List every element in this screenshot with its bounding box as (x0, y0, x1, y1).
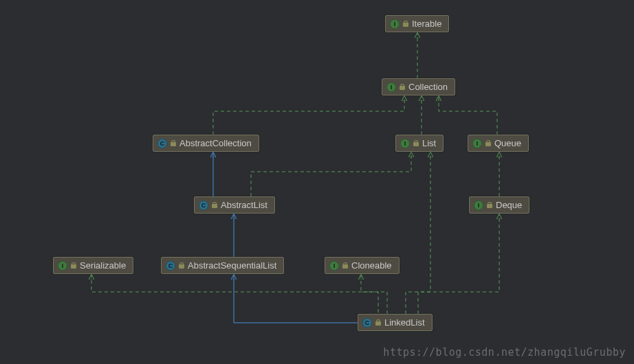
edge-linkedlist-list (406, 152, 430, 314)
lock-icon (212, 202, 217, 209)
node-label: Serializable (80, 260, 126, 271)
node-label: Collection (408, 82, 448, 92)
node-deque[interactable]: I Deque (469, 196, 529, 214)
node-label: AbstractList (221, 200, 267, 210)
edge-abstractcoll-collection (213, 96, 404, 135)
node-label: Iterable (412, 19, 441, 29)
node-abstractlist[interactable]: C AbstractList (194, 196, 275, 214)
interface-icon: I (472, 139, 482, 148)
lock-icon (403, 21, 408, 27)
node-iterable[interactable]: I Iterable (385, 15, 449, 32)
connector-layer (0, 0, 634, 364)
node-linkedlist[interactable]: C LinkedList (358, 314, 433, 331)
edge-queue-collection (439, 96, 497, 135)
class-icon: C (362, 318, 372, 328)
lock-icon (487, 202, 492, 209)
node-collection[interactable]: I Collection (382, 78, 455, 95)
lock-icon (179, 262, 184, 269)
lock-icon (400, 84, 405, 91)
interface-icon: I (58, 261, 67, 271)
lock-icon (375, 319, 381, 326)
edge-linkedlist-deque (418, 214, 499, 314)
class-icon: C (199, 201, 208, 210)
node-label: LinkedList (384, 317, 425, 328)
node-label: AbstractCollection (179, 138, 252, 148)
class-icon: C (157, 139, 167, 148)
node-list[interactable]: I List (395, 135, 444, 152)
edge-linkedlist-serializable (91, 275, 378, 331)
interface-icon: I (474, 201, 483, 210)
node-label: Cloneable (351, 260, 392, 271)
watermark-text: https://blog.csdn.net/zhangqiluGrubby (383, 346, 626, 359)
interface-icon: I (386, 82, 396, 92)
node-label: Queue (494, 138, 521, 148)
class-icon: C (166, 261, 175, 271)
lock-icon (342, 262, 348, 269)
interface-icon: I (390, 19, 400, 29)
node-label: List (422, 138, 436, 148)
node-queue[interactable]: I Queue (468, 135, 529, 152)
node-label: Deque (496, 200, 522, 210)
node-cloneable[interactable]: I Cloneable (325, 257, 400, 274)
node-abstractsequentiallist[interactable]: C AbstractSequentialList (161, 257, 284, 274)
edge-abstractlist-list (251, 152, 411, 196)
edge-linkedlist-cloneable (361, 275, 387, 314)
node-label: AbstractSequentialList (188, 260, 276, 271)
lock-icon (71, 262, 76, 269)
edge-linkedlist-abstractseq (234, 275, 369, 323)
interface-icon: I (400, 139, 410, 148)
node-serializable[interactable]: I Serializable (53, 257, 133, 274)
lock-icon (485, 140, 491, 147)
lock-icon (413, 140, 419, 147)
interface-icon: I (329, 261, 339, 271)
node-abstractcollection[interactable]: C AbstractCollection (153, 135, 259, 152)
lock-icon (171, 140, 176, 147)
